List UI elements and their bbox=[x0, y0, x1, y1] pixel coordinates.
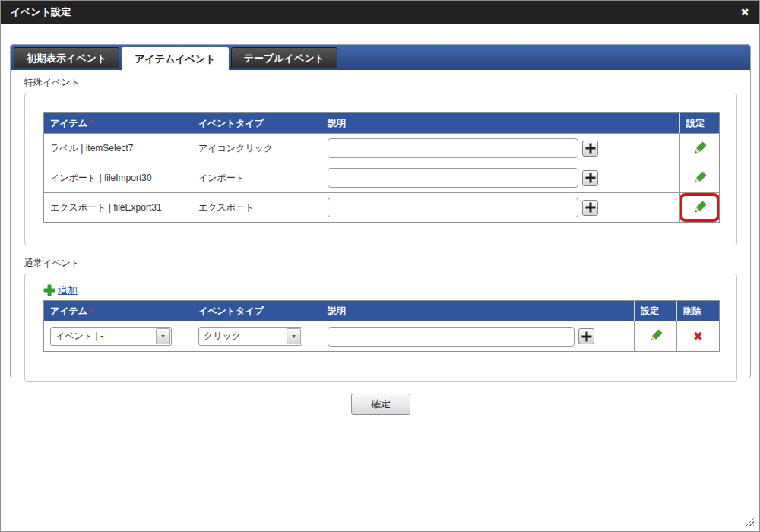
add-event-label: 追加 bbox=[58, 283, 78, 297]
item-cell: ラベル | itemSelect7 bbox=[44, 133, 192, 163]
event-settings-dialog: イベント設定 ✖ 初期表示イベント アイテムイベント テーブルイベント 特殊イベ… bbox=[0, 0, 760, 532]
tab-bar: 初期表示イベント アイテムイベント テーブルイベント bbox=[11, 45, 750, 70]
dialog-titlebar: イベント設定 ✖ bbox=[1, 1, 759, 24]
column-header-description: 説明 bbox=[321, 113, 680, 133]
event-type-cell: クリック ▼ bbox=[192, 321, 321, 351]
tab-initial-display-event[interactable]: 初期表示イベント bbox=[14, 47, 119, 68]
normal-events-table: アイテム* イベントタイプ 説明 設定 削除 イベント | - ▼ bbox=[43, 300, 720, 352]
add-description-button[interactable] bbox=[582, 170, 598, 186]
delete-icon[interactable]: ✖ bbox=[693, 330, 703, 343]
plus-icon bbox=[43, 285, 55, 296]
tab-panel: 初期表示イベント アイテムイベント テーブルイベント 特殊イベント アイテム* … bbox=[10, 44, 751, 378]
event-type-cell: インポート bbox=[192, 163, 321, 192]
description-cell bbox=[321, 133, 680, 163]
settings-cell bbox=[635, 321, 677, 351]
column-header-delete: 削除 bbox=[677, 301, 719, 321]
dialog-title: イベント設定 bbox=[11, 5, 71, 19]
delete-cell: ✖ bbox=[677, 321, 719, 351]
item-cell: エクスポート | fileExport31 bbox=[44, 192, 192, 222]
event-type-select[interactable]: クリック ▼ bbox=[198, 327, 302, 346]
edit-pencil-icon[interactable] bbox=[648, 328, 663, 344]
dialog-resize-grip[interactable] bbox=[744, 516, 754, 526]
description-textarea[interactable] bbox=[328, 327, 575, 347]
required-asterisk: * bbox=[90, 119, 93, 128]
column-header-item: アイテム* bbox=[44, 113, 192, 133]
item-select-value: イベント | - bbox=[55, 330, 103, 343]
column-header-settings: 設定 bbox=[680, 113, 719, 133]
table-row: エクスポート | fileExport31 エクスポート bbox=[44, 192, 719, 222]
settings-cell-highlighted bbox=[680, 192, 719, 222]
event-type-select-value: クリック bbox=[204, 330, 241, 343]
special-events-fieldset: アイテム* イベントタイプ 説明 設定 ラベル | itemSelect7 アイ… bbox=[24, 93, 737, 245]
settings-cell bbox=[680, 163, 719, 192]
item-select[interactable]: イベント | - ▼ bbox=[50, 327, 172, 346]
settings-cell bbox=[680, 133, 719, 163]
dropdown-arrow-icon: ▼ bbox=[156, 328, 170, 344]
column-header-item-label: アイテム bbox=[50, 118, 87, 128]
normal-events-fieldset: 追加 アイテム* イベントタイプ 説明 設定 削除 イベント | - ▼ bbox=[24, 274, 737, 382]
column-header-item-label: アイテム bbox=[50, 306, 87, 316]
description-cell bbox=[321, 321, 635, 351]
edit-pencil-icon[interactable] bbox=[692, 200, 708, 216]
column-header-event-type: イベントタイプ bbox=[192, 113, 321, 133]
item-cell: イベント | - ▼ bbox=[44, 321, 192, 351]
event-type-cell: エクスポート bbox=[192, 192, 321, 222]
column-header-item: アイテム* bbox=[44, 301, 192, 321]
table-row: ラベル | itemSelect7 アイコンクリック bbox=[44, 133, 719, 163]
required-asterisk: * bbox=[90, 306, 93, 315]
event-type-cell: アイコンクリック bbox=[192, 133, 321, 163]
normal-events-label: 通常イベント bbox=[24, 257, 750, 270]
description-textarea[interactable] bbox=[328, 168, 578, 188]
table-header-row: アイテム* イベントタイプ 説明 設定 削除 bbox=[44, 301, 719, 321]
column-header-settings: 設定 bbox=[635, 301, 677, 321]
add-description-button[interactable] bbox=[578, 328, 594, 344]
description-textarea[interactable] bbox=[328, 198, 578, 217]
special-events-label: 特殊イベント bbox=[24, 76, 750, 89]
special-events-table: アイテム* イベントタイプ 説明 設定 ラベル | itemSelect7 アイ… bbox=[43, 112, 720, 223]
table-row: インポート | fileImport30 インポート bbox=[44, 163, 719, 192]
column-header-event-type: イベントタイプ bbox=[192, 301, 321, 321]
description-cell bbox=[321, 192, 680, 222]
add-description-button[interactable] bbox=[582, 141, 598, 157]
add-description-button[interactable] bbox=[582, 200, 598, 216]
description-textarea[interactable] bbox=[328, 138, 578, 158]
dropdown-arrow-icon: ▼ bbox=[287, 328, 301, 344]
add-event-link[interactable]: 追加 bbox=[43, 283, 97, 297]
edit-pencil-icon[interactable] bbox=[692, 141, 708, 157]
tab-item-event[interactable]: アイテムイベント bbox=[122, 47, 228, 70]
edit-pencil-icon[interactable] bbox=[692, 170, 708, 186]
description-cell bbox=[321, 163, 680, 192]
tab-table-event[interactable]: テーブルイベント bbox=[231, 47, 337, 68]
confirm-button[interactable]: 確定 bbox=[351, 394, 410, 415]
close-icon[interactable]: ✖ bbox=[740, 7, 749, 17]
table-header-row: アイテム* イベントタイプ 説明 設定 bbox=[44, 113, 719, 133]
column-header-description: 説明 bbox=[321, 301, 635, 321]
item-cell: インポート | fileImport30 bbox=[44, 163, 192, 192]
table-row: イベント | - ▼ クリック ▼ bbox=[44, 321, 719, 351]
